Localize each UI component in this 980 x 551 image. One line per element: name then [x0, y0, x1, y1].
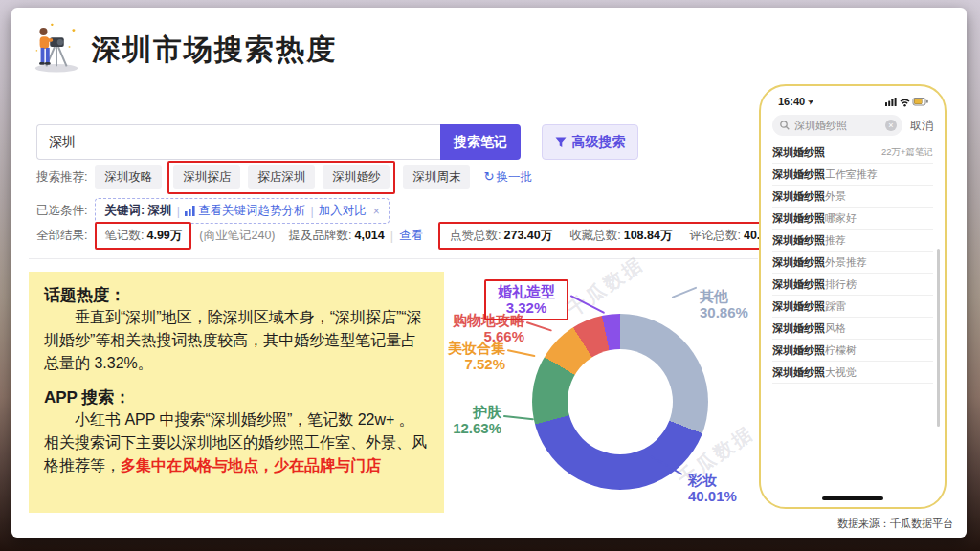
funnel-icon [555, 137, 567, 148]
search-suggestion-row[interactable]: 深圳婚纱照哪家好 [772, 208, 933, 230]
phone-mockup: 16:40➤ 深圳婚纱照 × [759, 84, 947, 509]
search-notes-button[interactable]: 搜索笔记 [440, 124, 521, 160]
analysis-heading-topic: 话题热度： [44, 284, 429, 306]
suggest-tag[interactable]: 深圳婚纱 [323, 165, 390, 189]
view-link[interactable]: 查看 [399, 228, 423, 244]
suggestion-row: 搜索推荐: 深圳攻略 深圳探店 探店深圳 深圳婚纱 深圳周末 ↻换一批 [36, 161, 532, 194]
add-compare-link[interactable]: 加入对比 [319, 203, 367, 219]
search-suggestion-row[interactable]: 深圳婚纱照风格 [772, 318, 933, 340]
biz-notes: (商业笔记240) [199, 228, 275, 244]
suggestion-prefix: 深圳婚纱照 [772, 189, 825, 204]
suggestion-note-count: 22万+篇笔记 [881, 146, 933, 159]
search-suggestion-row[interactable]: 深圳婚纱照排行榜 [772, 274, 933, 296]
suggestion-prefix: 深圳婚纱照 [772, 365, 825, 380]
analysis-heading-app: APP 搜索： [44, 386, 429, 408]
desktop-background: { "slide": { "title": "深圳市场搜索热度", "sourc… [0, 0, 980, 551]
suggestion-prefix: 深圳婚纱照 [772, 233, 825, 248]
notes-count: 笔记数:4.99万 [104, 229, 182, 242]
phone-search-input[interactable]: 深圳婚纱照 × [772, 115, 902, 136]
search-input[interactable]: 深圳 [36, 124, 440, 160]
callout-line [507, 349, 536, 357]
callout-line [526, 321, 552, 332]
suggestion-prefix: 深圳婚纱照 [772, 343, 825, 358]
suggestion-suffix: 哪家好 [825, 211, 857, 226]
suggestion-suffix: 风格 [825, 321, 846, 336]
donut-chart [532, 314, 708, 490]
trend-analysis-link[interactable]: 查看关键词趋势分析 [185, 203, 306, 219]
search-suggestion-row[interactable]: 深圳婚纱照工作室推荐 [772, 164, 933, 186]
suggestion-suffix: 柠檬树 [825, 343, 857, 358]
search-bar-row: 深圳 搜索笔记 高级搜索 [36, 124, 638, 160]
annotation-box-notes: 笔记数:4.99万 [95, 222, 191, 250]
suggest-label: 搜索推荐: [36, 169, 87, 186]
suggestion-suffix: 外景 [825, 189, 846, 204]
analysis-note-box: 话题热度： 垂直到“深圳”地区，除深圳区域本身，“深圳探店”“深圳婚纱”等相关热… [29, 272, 444, 513]
analysis-emphasis: 多集中在风格与地点，少在品牌与门店 [121, 457, 381, 474]
divider [29, 258, 758, 259]
cancel-button[interactable]: 取消 [910, 118, 933, 134]
chart-label-skincare: 护肤12.63% [413, 404, 501, 437]
refresh-icon: ↻ [483, 169, 494, 184]
scrollbar[interactable] [937, 249, 940, 427]
suggestion-suffix: 工作室推荐 [825, 167, 878, 182]
suggest-tag[interactable]: 探店深圳 [248, 165, 315, 189]
suggestion-prefix: 深圳婚纱照 [772, 145, 825, 160]
brand-count: 提及品牌数:4,014 [289, 228, 385, 244]
selected-condition-row: 已选条件: 关键词: 深圳 | 查看关键词趋势分析 | 加入对比 × [36, 198, 390, 224]
magnifier-icon [780, 121, 790, 130]
phone-search-row: 深圳婚纱照 × 取消 [761, 109, 945, 140]
suggestion-suffix: 踩雷 [825, 299, 846, 314]
suggest-tag[interactable]: 深圳探店 [173, 165, 240, 189]
data-source-note: 数据来源：千瓜数据平台 [837, 517, 953, 531]
trend-chart-icon [185, 206, 195, 216]
suggestion-prefix: 深圳婚纱照 [772, 299, 825, 314]
analysis-paragraph-topic: 垂直到“深圳”地区，除深圳区域本身，“深圳探店”“深圳婚纱”等相关热搜词热度较高… [44, 306, 429, 375]
callout-line [672, 287, 698, 298]
selected-label: 已选条件: [36, 203, 87, 219]
location-arrow-icon: ➤ [806, 96, 815, 106]
slide-card: 深圳市场搜索热度 深圳 搜索笔记 高级搜索 搜索推荐: 深圳攻略 深圳探店 探店… [11, 8, 967, 538]
clear-icon[interactable]: × [885, 120, 897, 131]
advanced-search-button[interactable]: 高级搜索 [542, 124, 638, 160]
search-suggestion-row[interactable]: 深圳婚纱照大视觉 [772, 362, 933, 384]
search-suggestion-row[interactable]: 深圳婚纱照外景推荐 [772, 252, 933, 274]
watermark: 千瓜数据 [563, 251, 650, 322]
suggestion-prefix: 深圳婚纱照 [772, 255, 825, 270]
phone-status-bar: 16:40➤ [761, 86, 945, 109]
results-label: 全部结果: [36, 228, 87, 244]
search-suggestion-row[interactable]: 深圳婚纱照推荐 [772, 230, 933, 252]
home-indicator[interactable] [822, 496, 883, 500]
analysis-paragraph-app: 小红书 APP 中搜索“深圳婚纱照”，笔记数 22w+ 。相关搜索词下主要以深圳… [44, 408, 429, 477]
phone-query-text: 深圳婚纱照 [794, 119, 880, 133]
search-suggestion-row[interactable]: 深圳婚纱照22万+篇笔记 [772, 142, 933, 164]
callout-line [570, 295, 606, 314]
search-suggestion-row[interactable]: 深圳婚纱照外景 [772, 186, 933, 208]
suggestion-suffix: 推荐 [825, 233, 846, 248]
suggestion-prefix: 深圳婚纱照 [772, 167, 825, 182]
suggestion-suffix: 排行榜 [825, 277, 857, 292]
status-time: 16:40➤ [778, 96, 814, 107]
chip-close-icon[interactable]: × [373, 205, 380, 218]
chip-keyword: 关键词: 深圳 [104, 203, 171, 219]
suggestion-suffix: 外景推荐 [825, 255, 867, 270]
annotation-box-tags: 深圳探店 探店深圳 深圳婚纱 [167, 161, 395, 194]
suggestion-prefix: 深圳婚纱照 [772, 211, 825, 226]
suggestion-suffix: 大视觉 [825, 365, 857, 380]
photographer-icon [29, 19, 84, 75]
chart-label-makeup: 彩妆40.01% [688, 472, 737, 505]
suggest-tag[interactable]: 深圳攻略 [95, 165, 162, 189]
suggestion-list: 深圳婚纱照22万+篇笔记深圳婚纱照工作室推荐深圳婚纱照外景深圳婚纱照哪家好深圳婚… [761, 140, 945, 384]
suggestion-prefix: 深圳婚纱照 [772, 321, 825, 336]
callout-line [503, 415, 534, 420]
collects-total: 收藏总数:108.84万 [569, 228, 672, 244]
chart-label-wedding-styling: 婚礼造型3.32% [484, 279, 568, 320]
keyword-chip[interactable]: 关键词: 深圳 | 查看关键词趋势分析 | 加入对比 × [95, 198, 389, 224]
search-query-text: 深圳 [49, 134, 76, 151]
likes-total: 点赞总数:273.40万 [450, 228, 552, 244]
donut-hole [568, 349, 673, 454]
suggest-tag[interactable]: 深圳周末 [403, 165, 470, 189]
search-suggestion-row[interactable]: 深圳婚纱照踩雷 [772, 296, 933, 318]
search-suggestion-row[interactable]: 深圳婚纱照柠檬树 [772, 340, 933, 362]
chart-label-other: 其他30.86% [700, 288, 748, 321]
refresh-batch-link[interactable]: ↻换一批 [483, 169, 531, 186]
